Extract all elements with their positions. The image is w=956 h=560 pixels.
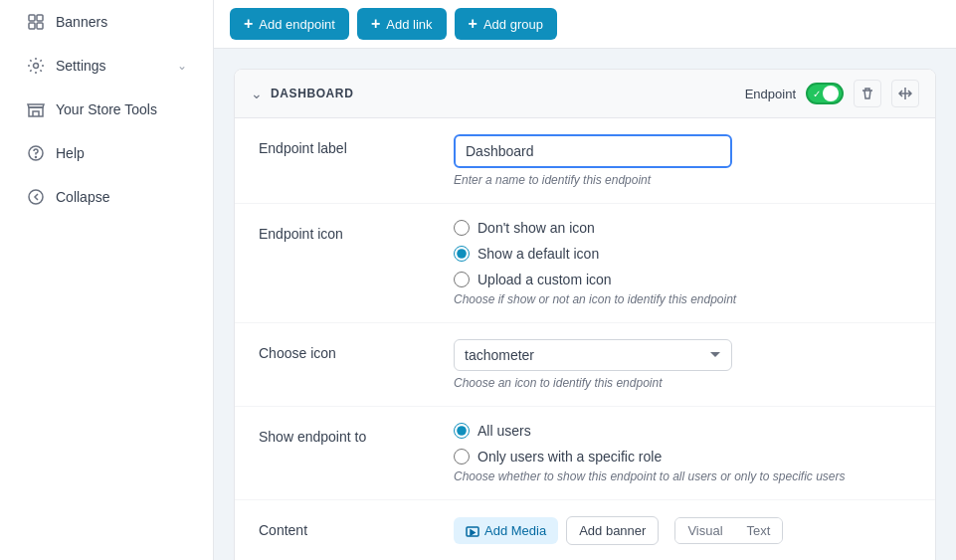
endpoint-label-row: Endpoint label Enter a name to identify … — [235, 118, 935, 204]
add-endpoint-button[interactable]: + Add endpoint — [230, 8, 349, 40]
custom-icon-radio[interactable] — [454, 272, 470, 287]
all-users-radio[interactable] — [454, 423, 470, 439]
plus-icon-2: + — [371, 15, 380, 33]
grid-icon — [26, 12, 46, 32]
delete-button[interactable] — [854, 80, 881, 107]
endpoint-icon-radio-group: Don't show an icon Show a default icon U… — [454, 220, 911, 287]
no-icon-option[interactable]: Don't show an icon — [454, 220, 911, 236]
collapse-icon — [26, 187, 46, 207]
sidebar-item-settings[interactable]: Settings ⌄ — [8, 46, 205, 86]
svg-rect-0 — [29, 15, 35, 21]
specific-role-option[interactable]: Only users with a specific role — [454, 449, 911, 465]
sidebar-item-help[interactable]: Help — [8, 133, 205, 173]
content-row: Content Add Media Add banne — [235, 500, 935, 560]
all-users-label: All users — [478, 423, 531, 439]
show-endpoint-field-label: Show endpoint to — [259, 423, 438, 445]
move-button[interactable] — [891, 80, 919, 107]
content-row-controls: Add Media Add banner Visual Text — [454, 516, 911, 545]
add-banner-label: Add banner — [579, 523, 646, 538]
sidebar-item-help-label: Help — [56, 145, 187, 161]
add-endpoint-label: Add endpoint — [259, 17, 335, 32]
text-view-button[interactable]: Text — [735, 518, 783, 543]
svg-point-6 — [36, 157, 37, 158]
sidebar-item-collapse-label: Collapse — [56, 189, 187, 205]
dashboard-header-right: Endpoint ✓ — [745, 80, 919, 107]
content-field-label: Content — [259, 516, 438, 538]
visual-view-button[interactable]: Visual — [675, 518, 734, 543]
help-icon — [26, 143, 46, 163]
endpoint-label-hint: Enter a name to identify this endpoint — [454, 173, 911, 187]
endpoint-label-input[interactable] — [454, 134, 732, 168]
show-endpoint-row: Show endpoint to All users Only users wi… — [235, 407, 935, 500]
expand-chevron-icon[interactable]: ⌄ — [251, 86, 263, 101]
add-banner-button[interactable]: Add banner — [566, 516, 659, 545]
dashboard-title: DASHBOARD — [271, 87, 353, 100]
plus-icon-3: + — [469, 15, 478, 33]
main-content: + Add endpoint + Add link + Add group ⌄ … — [214, 0, 956, 560]
endpoint-icon-hint: Choose if show or not an icon to identif… — [454, 292, 911, 306]
view-toggle: Visual Text — [674, 517, 783, 544]
sidebar: Banners Settings ⌄ Your Store Tools — [0, 0, 214, 560]
svg-rect-2 — [29, 23, 35, 29]
endpoint-label-field-label: Endpoint label — [259, 134, 438, 156]
endpoint-icon-controls: Don't show an icon Show a default icon U… — [454, 220, 911, 306]
form-content: Endpoint label Enter a name to identify … — [235, 118, 935, 560]
add-link-button[interactable]: + Add link — [357, 8, 447, 40]
sidebar-item-settings-label: Settings — [56, 58, 167, 74]
add-link-label: Add link — [386, 17, 432, 32]
plus-icon: + — [244, 15, 253, 33]
endpoint-label-controls: Enter a name to identify this endpoint — [454, 134, 911, 187]
show-endpoint-hint: Choose whether to show this endpoint to … — [454, 469, 911, 483]
media-icon — [466, 524, 479, 538]
choose-icon-select[interactable]: tachometer home chart star cog — [454, 339, 732, 371]
custom-icon-option[interactable]: Upload a custom icon — [454, 272, 911, 287]
gear-icon — [26, 56, 46, 76]
content-controls: Add Media Add banner Visual Text — [454, 516, 911, 545]
all-users-option[interactable]: All users — [454, 423, 911, 439]
visual-label: Visual — [687, 523, 722, 538]
endpoint-icon-row: Endpoint icon Don't show an icon Show a … — [235, 204, 935, 323]
dashboard-header: ⌄ DASHBOARD Endpoint ✓ — [235, 70, 935, 118]
specific-role-label: Only users with a specific role — [478, 449, 662, 465]
endpoint-icon-field-label: Endpoint icon — [259, 220, 438, 242]
add-media-button[interactable]: Add Media — [454, 517, 558, 544]
custom-icon-label: Upload a custom icon — [478, 272, 612, 287]
text-label: Text — [747, 523, 771, 538]
default-icon-label: Show a default icon — [478, 246, 599, 262]
no-icon-radio[interactable] — [454, 220, 470, 236]
store-icon — [26, 99, 46, 119]
sidebar-item-collapse[interactable]: Collapse — [8, 177, 205, 217]
sidebar-item-your-store-tools-label: Your Store Tools — [56, 101, 187, 117]
show-endpoint-controls: All users Only users with a specific rol… — [454, 423, 911, 483]
svg-point-4 — [34, 64, 39, 69]
add-group-label: Add group — [483, 17, 543, 32]
dashboard-section: ⌄ DASHBOARD Endpoint ✓ — [234, 69, 936, 560]
add-group-button[interactable]: + Add group — [455, 8, 557, 40]
show-endpoint-radio-group: All users Only users with a specific rol… — [454, 423, 911, 465]
endpoint-toggle[interactable]: ✓ — [806, 83, 844, 104]
content-area: ⌄ DASHBOARD Endpoint ✓ — [214, 49, 956, 560]
svg-rect-1 — [37, 15, 43, 21]
toolbar: + Add endpoint + Add link + Add group — [214, 0, 956, 49]
default-icon-radio[interactable] — [454, 246, 470, 262]
chevron-icon: ⌄ — [177, 59, 187, 73]
sidebar-item-banners-label: Banners — [56, 14, 187, 30]
sidebar-item-banners[interactable]: Banners — [8, 2, 205, 42]
choose-icon-controls: tachometer home chart star cog Choose an… — [454, 339, 911, 390]
choose-icon-field-label: Choose icon — [259, 339, 438, 361]
endpoint-label-text: Endpoint — [745, 87, 796, 101]
no-icon-label: Don't show an icon — [478, 220, 595, 236]
dashboard-header-left: ⌄ DASHBOARD — [251, 86, 353, 101]
svg-rect-3 — [37, 23, 43, 29]
choose-icon-row: Choose icon tachometer home chart star c… — [235, 323, 935, 407]
add-media-label: Add Media — [484, 523, 546, 538]
sidebar-item-your-store-tools[interactable]: Your Store Tools — [8, 90, 205, 129]
default-icon-option[interactable]: Show a default icon — [454, 246, 911, 262]
choose-icon-hint: Choose an icon to identify this endpoint — [454, 376, 911, 390]
specific-role-radio[interactable] — [454, 449, 470, 465]
toggle-check-icon: ✓ — [813, 89, 821, 99]
